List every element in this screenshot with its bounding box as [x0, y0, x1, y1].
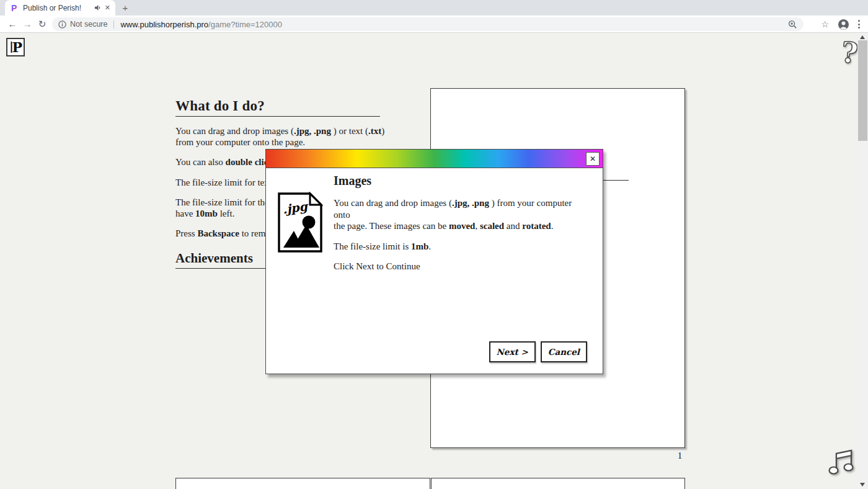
dialog-close-button[interactable]: ✕ [586, 152, 600, 166]
cancel-button[interactable]: Cancel [541, 341, 587, 362]
info-icon[interactable] [58, 20, 66, 29]
new-tab-button[interactable]: + [119, 2, 131, 14]
tab-title: Publish or Perish! [23, 4, 94, 12]
svg-text:P: P [11, 4, 17, 12]
image-file-icon: .jpg [277, 192, 323, 256]
game-canvas: P ? What do I do? You can drag and drop … [0, 33, 868, 489]
security-label: Not secure [70, 20, 107, 29]
omnibox-divider [113, 20, 114, 29]
scrollbar-thumb[interactable] [858, 40, 867, 141]
dialog-heading: Images [334, 173, 585, 188]
browser-toolbar: ← → ↻ Not secure www.publishorperish.pro… [0, 16, 868, 33]
dialog-paragraph: Click Next to Continue [334, 261, 585, 272]
svg-text:P: P [12, 40, 23, 55]
forward-icon[interactable]: → [20, 19, 35, 29]
dialog-rainbow-titlebar[interactable]: ✕ [266, 150, 603, 168]
document-page-2[interactable] [175, 478, 430, 489]
scrollbar-up-arrow[interactable] [860, 35, 865, 39]
images-tutorial-dialog: ✕ .jpg Images You can drag and drop imag… [265, 149, 603, 374]
page-scrollbar[interactable] [857, 33, 868, 489]
bookmark-star-icon[interactable]: ☆ [821, 19, 829, 30]
dialog-paragraph: You can drag and drop images (.jpg, .png… [334, 197, 585, 232]
tab-audio-icon[interactable] [94, 4, 101, 11]
svg-text:?: ? [839, 39, 859, 70]
zoom-icon[interactable] [788, 20, 797, 29]
profile-avatar-icon[interactable] [838, 19, 849, 30]
back-icon[interactable]: ← [5, 19, 20, 29]
favicon-publish-or-perish: P [10, 4, 19, 12]
browser-tab-strip: P Publish or Perish! ✕ + [0, 0, 868, 16]
dialog-content: Images You can drag and drop images (.jp… [334, 173, 585, 281]
instruction-paragraph: You can drag and drop images (.jpg, .png… [175, 126, 436, 148]
music-toggle-icon[interactable] [828, 446, 855, 479]
scrollbar-down-arrow[interactable] [860, 483, 865, 487]
close-icon: ✕ [590, 155, 596, 163]
tab-close-icon[interactable]: ✕ [105, 4, 110, 12]
url-domain: www.publishorperish.pro [120, 20, 208, 29]
document-page-3[interactable] [431, 478, 685, 489]
page-number: 1 [675, 451, 685, 461]
publish-or-perish-logo[interactable]: P [6, 38, 25, 56]
heading-rule [175, 116, 380, 117]
url-path: /game?time=120000 [208, 20, 282, 29]
logo-p-icon: P [8, 40, 23, 55]
instructions-heading: What do I do? [175, 98, 436, 114]
dialog-paragraph: The file-size limit is 1mb. [334, 241, 585, 253]
menu-dots-icon[interactable] [858, 19, 860, 29]
address-bar[interactable]: Not secure www.publishorperish.pro /game… [52, 17, 804, 31]
reload-icon[interactable]: ↻ [35, 19, 50, 30]
next-button[interactable]: Next > [489, 341, 536, 362]
help-icon[interactable]: ? [838, 39, 859, 78]
browser-tab[interactable]: P Publish or Perish! ✕ [5, 0, 115, 16]
